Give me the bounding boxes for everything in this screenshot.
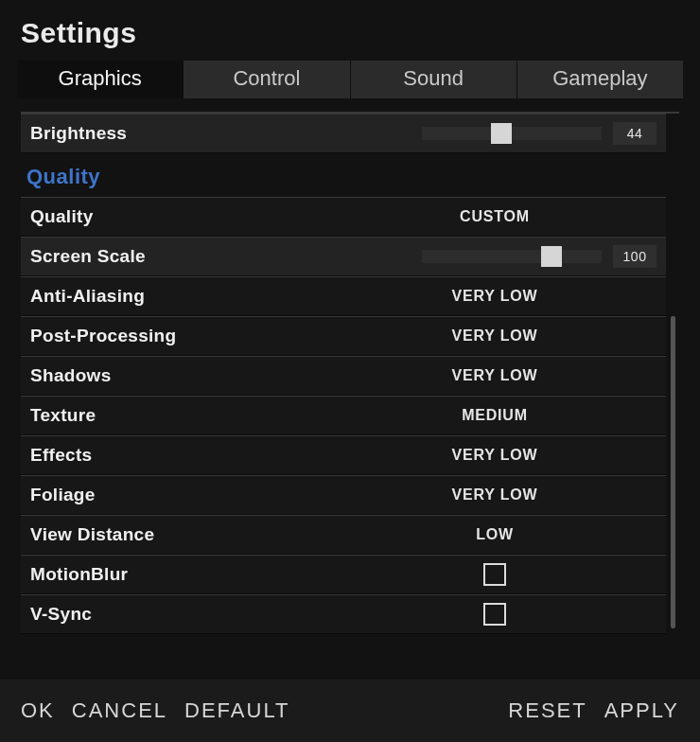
value-effects[interactable]: VERY LOW (452, 447, 538, 464)
label-view-distance: View Distance (30, 524, 333, 545)
tab-graphics[interactable]: Graphics (17, 61, 183, 98)
label-vsync: V-Sync (30, 604, 333, 625)
section-quality-heading: Quality (21, 153, 666, 197)
panel-wrap: Brightness 44 Quality Quality CUSTOM Scr… (0, 98, 700, 680)
row-brightness: Brightness 44 (21, 114, 666, 153)
default-button[interactable]: DEFAULT (184, 698, 289, 723)
scrollbar[interactable] (671, 316, 675, 628)
label-screen-scale: Screen Scale (30, 246, 333, 267)
brightness-value: 44 (613, 122, 656, 145)
value-anti-aliasing[interactable]: VERY LOW (452, 288, 538, 305)
screen-scale-slider-thumb[interactable] (541, 246, 562, 267)
row-post-processing: Post-Processing VERY LOW (21, 316, 666, 356)
tabs: Graphics Control Sound Gameplay (0, 61, 700, 98)
checkbox-motion-blur[interactable] (483, 563, 506, 586)
value-post-processing[interactable]: VERY LOW (452, 327, 538, 344)
label-brightness: Brightness (30, 123, 333, 144)
label-motion-blur: MotionBlur (30, 564, 333, 585)
row-shadows: Shadows VERY LOW (21, 356, 666, 396)
footer: OK CANCEL DEFAULT RESET APPLY (0, 680, 700, 742)
brightness-slider[interactable] (422, 127, 602, 140)
value-shadows[interactable]: VERY LOW (452, 367, 538, 384)
value-foliage[interactable]: VERY LOW (452, 486, 538, 504)
apply-button[interactable]: APPLY (604, 698, 679, 723)
reset-button[interactable]: RESET (508, 698, 586, 723)
value-texture[interactable]: MEDIUM (462, 407, 528, 424)
value-view-distance[interactable]: LOW (476, 526, 514, 543)
label-shadows: Shadows (30, 365, 333, 386)
row-view-distance: View Distance LOW (21, 515, 666, 555)
value-quality[interactable]: CUSTOM (460, 208, 530, 225)
row-anti-aliasing: Anti-Aliasing VERY LOW (21, 276, 666, 316)
tab-sound[interactable]: Sound (350, 61, 516, 98)
row-texture: Texture MEDIUM (21, 396, 666, 435)
cancel-button[interactable]: CANCEL (72, 698, 167, 723)
settings-window: Settings Graphics Control Sound Gameplay… (0, 0, 700, 742)
ok-button[interactable]: OK (21, 698, 55, 723)
row-effects: Effects VERY LOW (21, 435, 666, 475)
label-foliage: Foliage (30, 485, 333, 505)
label-post-processing: Post-Processing (30, 326, 333, 346)
row-vsync: V-Sync (21, 594, 666, 634)
row-motion-blur: MotionBlur (21, 555, 666, 594)
row-screen-scale: Screen Scale 100 (21, 237, 666, 276)
tab-gameplay[interactable]: Gameplay (516, 61, 683, 98)
label-anti-aliasing: Anti-Aliasing (30, 286, 333, 307)
page-title: Settings (0, 0, 700, 61)
screen-scale-slider[interactable] (422, 250, 602, 263)
label-effects: Effects (30, 445, 333, 466)
tab-control[interactable]: Control (183, 61, 349, 98)
label-quality: Quality (30, 206, 333, 227)
brightness-slider-thumb[interactable] (491, 123, 512, 144)
settings-panel: Brightness 44 Quality Quality CUSTOM Scr… (21, 112, 679, 642)
row-foliage: Foliage VERY LOW (21, 475, 666, 515)
screen-scale-value: 100 (613, 245, 656, 268)
checkbox-vsync[interactable] (483, 603, 506, 626)
row-quality: Quality CUSTOM (21, 197, 666, 237)
label-texture: Texture (30, 405, 333, 426)
